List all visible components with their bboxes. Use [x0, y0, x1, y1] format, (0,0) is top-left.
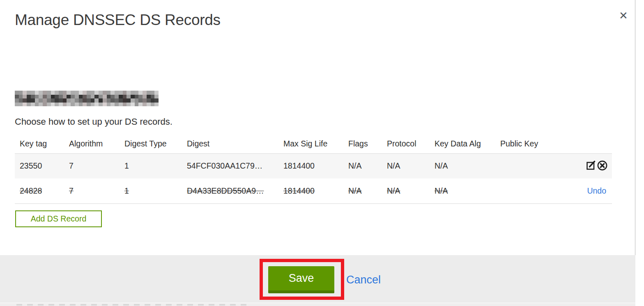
- close-icon[interactable]: ✕: [616, 8, 631, 23]
- add-ds-record-button[interactable]: Add DS Record: [15, 210, 102, 227]
- edit-icon[interactable]: [586, 160, 597, 173]
- cell-digest: D4A33E8DD550A9…: [182, 178, 278, 203]
- save-button[interactable]: Save: [268, 266, 334, 293]
- table-row: 23550 7 1 54FCF030AA1C79… 1814400 N/A N/…: [15, 153, 612, 178]
- cell-key-data-alg: N/A: [430, 153, 495, 178]
- cell-flags: N/A: [343, 178, 382, 203]
- background-text-fragment: [16, 304, 246, 306]
- cell-max-sig-life: 1814400: [278, 153, 343, 178]
- col-header-max-sig-life: Max Sig Life: [278, 135, 343, 153]
- instruction-text: Choose how to set up your DS records.: [15, 116, 172, 127]
- page: Manage DNSSEC DS Records ✕ Choose how to…: [0, 0, 644, 306]
- cell-digest-type: 1: [120, 178, 182, 203]
- cell-public-key: [495, 153, 549, 178]
- table-row-deleted: 24828 7 1 D4A33E8DD550A9… 1814400 N/A N/…: [15, 178, 612, 203]
- col-header-digest: Digest: [182, 135, 278, 153]
- redacted-domain-name: [15, 91, 159, 106]
- col-header-flags: Flags: [343, 135, 382, 153]
- dnssec-modal: Manage DNSSEC DS Records ✕ Choose how to…: [0, 0, 635, 303]
- undo-link[interactable]: Undo: [587, 186, 608, 195]
- cell-key-data-alg: N/A: [430, 178, 495, 203]
- cell-max-sig-life: 1814400: [278, 178, 343, 203]
- col-header-protocol: Protocol: [382, 135, 430, 153]
- cell-key-tag: 23550: [15, 153, 64, 178]
- ds-records-table: Key tag Algorithm Digest Type Digest Max…: [15, 135, 612, 204]
- cell-public-key: [495, 178, 549, 203]
- col-header-key-data-alg: Key Data Alg: [430, 135, 495, 153]
- row-actions: Undo: [549, 178, 612, 203]
- cancel-link[interactable]: Cancel: [346, 274, 381, 286]
- col-header-digest-type: Digest Type: [120, 135, 182, 153]
- col-header-public-key: Public Key: [495, 135, 549, 153]
- row-actions: [549, 153, 612, 178]
- cell-protocol: N/A: [382, 178, 430, 203]
- cell-algorithm: 7: [64, 178, 120, 203]
- cell-flags: N/A: [343, 153, 382, 178]
- cell-protocol: N/A: [382, 153, 430, 178]
- background-page-edge: [0, 303, 635, 306]
- col-header-key-tag: Key tag: [15, 135, 64, 153]
- col-header-actions: [549, 135, 612, 153]
- table-header-row: Key tag Algorithm Digest Type Digest Max…: [15, 135, 612, 153]
- cell-digest-type: 1: [120, 153, 182, 178]
- cell-key-tag: 24828: [15, 178, 64, 203]
- page-title: Manage DNSSEC DS Records: [15, 11, 221, 29]
- col-header-algorithm: Algorithm: [64, 135, 120, 153]
- cell-digest: 54FCF030AA1C79…: [182, 153, 278, 178]
- cell-algorithm: 7: [64, 153, 120, 178]
- delete-record-icon[interactable]: [597, 160, 608, 173]
